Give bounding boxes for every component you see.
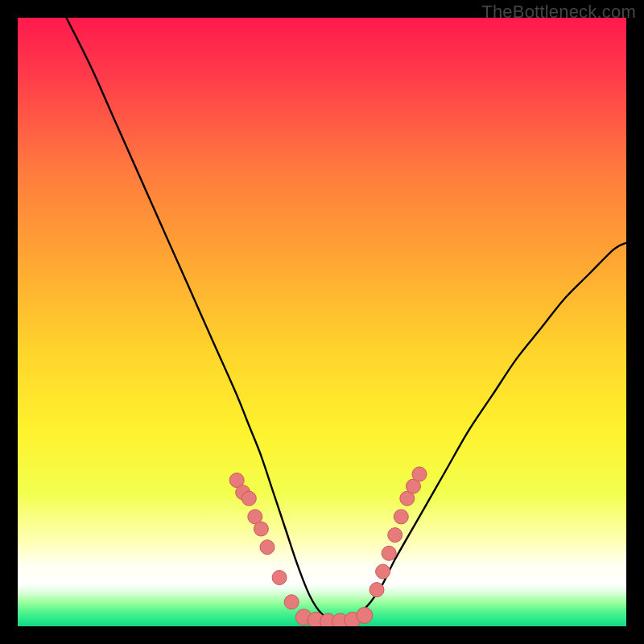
curve-marker (272, 571, 287, 585)
curve-marker (284, 595, 299, 609)
curve-marker (394, 510, 408, 524)
bottleneck-chart (18, 18, 626, 626)
curve-marker (382, 546, 396, 560)
curve-marker (369, 583, 384, 597)
chart-frame (18, 18, 626, 626)
curve-marker (376, 564, 390, 579)
curve-marker (357, 607, 373, 623)
watermark-text: TheBottleneck.com (481, 2, 636, 23)
curve-marker (254, 522, 268, 536)
curve-marker (388, 528, 402, 543)
curve-marker (260, 540, 275, 555)
curve-marker (412, 467, 427, 481)
curve-marker (242, 491, 256, 506)
